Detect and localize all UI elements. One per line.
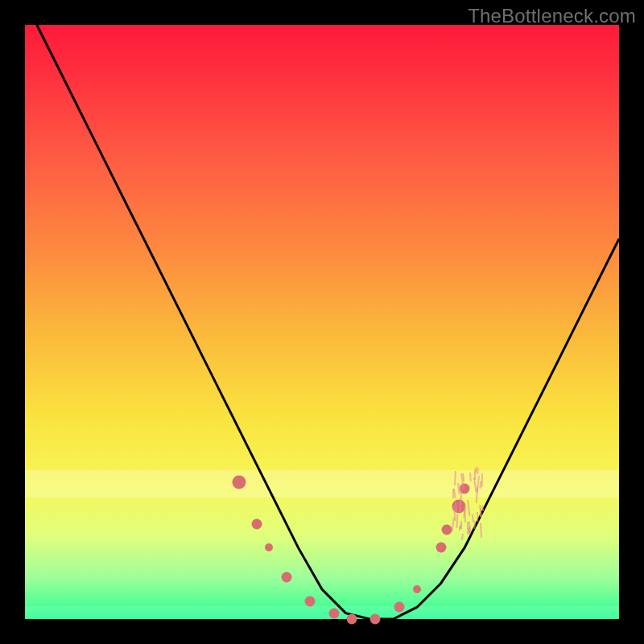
marker-point — [251, 518, 262, 529]
marker-point — [441, 525, 452, 535]
fuzz-stroke — [474, 469, 476, 480]
curve-svg — [25, 25, 619, 619]
bottleneck-curve — [37, 25, 619, 619]
fuzz-stroke — [479, 481, 481, 489]
marker-point — [305, 596, 316, 606]
marker-point — [346, 614, 357, 625]
fuzz-stroke — [459, 526, 460, 530]
marker-point — [413, 585, 421, 593]
marker-point — [328, 608, 339, 618]
marker-point — [232, 476, 246, 489]
fuzz-stroke — [477, 512, 478, 522]
marker-point — [265, 543, 273, 551]
marker-point — [370, 614, 381, 625]
fuzz-stroke — [479, 508, 481, 517]
marker-point — [281, 572, 291, 583]
fuzz-stroke — [459, 498, 460, 512]
marker-point — [394, 602, 404, 613]
marker-point — [436, 543, 446, 553]
fuzz-stroke — [456, 514, 458, 522]
fuzz-stroke — [469, 473, 472, 481]
plot-area — [25, 25, 619, 619]
watermark-text: TheBottleneck.com — [468, 5, 636, 27]
chart-frame: TheBottleneck.com — [0, 0, 644, 644]
fuzz-stroke — [460, 524, 462, 530]
